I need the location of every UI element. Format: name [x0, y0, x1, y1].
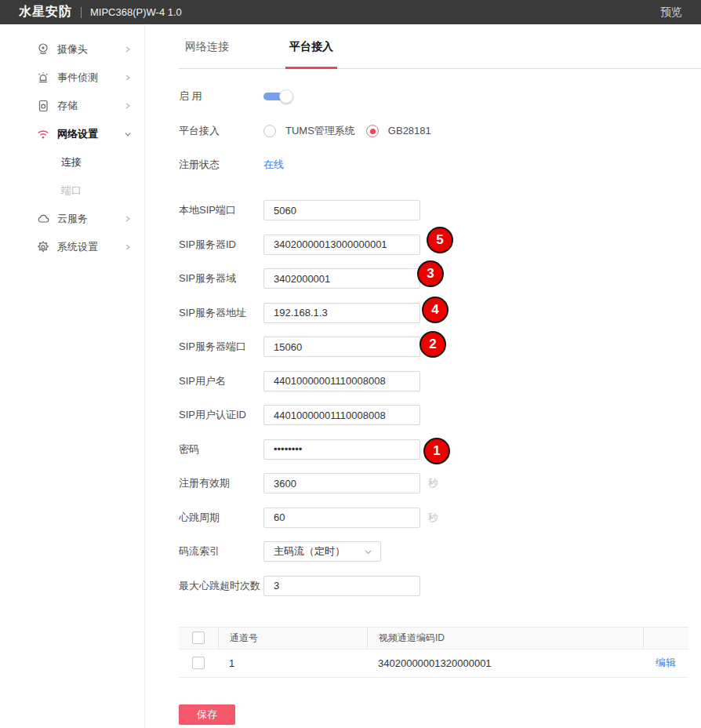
radio-label: TUMS管理系统	[285, 124, 355, 138]
heartbeat-period-row: 心跳周期 秒	[179, 508, 701, 528]
max-heartbeat-timeout-input[interactable]	[263, 576, 420, 596]
tab-bar: 网络连接 平台接入	[145, 24, 701, 69]
column-header-code: 视频通道编码ID	[367, 628, 643, 649]
annotation-badge-5: 5	[427, 227, 453, 253]
gear-icon	[36, 240, 50, 254]
field-label: SIP服务器ID	[179, 238, 263, 252]
annotation-badge-4: 4	[422, 297, 449, 323]
chevron-right-icon	[124, 102, 132, 110]
register-validity-input[interactable]	[263, 473, 420, 493]
sidebar-subitem-label: 连接	[61, 155, 82, 169]
select-all-checkbox[interactable]	[192, 632, 205, 644]
field-label: 注册有效期	[179, 476, 263, 490]
field-label: 心跳周期	[179, 511, 263, 525]
main-content: 网络连接 平台接入 启 用 平台接入 TUMS管理系统	[145, 24, 701, 728]
sip-server-domain-input[interactable]	[263, 268, 420, 289]
radio-circle-icon	[366, 125, 379, 137]
chevron-right-icon	[124, 74, 132, 82]
sip-auth-id-row: SIP用户认证ID	[179, 405, 701, 425]
sip-auth-id-input[interactable]	[263, 405, 420, 425]
sidebar-item-event-detection[interactable]: 事件侦测	[0, 64, 144, 92]
sidebar-item-label: 事件侦测	[57, 71, 98, 85]
radio-circle-icon	[263, 125, 276, 137]
field-label: SIP服务器域	[179, 271, 263, 286]
sip-username-row: SIP用户名	[179, 371, 701, 391]
sip-server-port-input[interactable]	[263, 337, 420, 357]
tab-platform-access[interactable]: 平台接入	[289, 24, 333, 69]
radio-tums[interactable]: TUMS管理系统	[263, 124, 355, 138]
platform-access-form: 启 用 平台接入 TUMS管理系统 GB28181 注册状态	[145, 69, 701, 725]
tab-network-connection[interactable]: 网络连接	[185, 24, 229, 69]
sidebar-subitem-label: 端口	[61, 184, 82, 198]
platform-type-label: 平台接入	[179, 124, 263, 138]
sidebar-subitem-port[interactable]: 端口	[0, 177, 144, 205]
sip-server-id-input[interactable]	[263, 235, 420, 255]
sidebar-item-camera[interactable]: 摄像头	[0, 35, 144, 64]
chevron-right-icon	[124, 215, 132, 223]
local-sip-port-row: 本地SIP端口	[179, 200, 701, 220]
sidebar-item-label: 云服务	[57, 212, 88, 226]
unit-seconds: 秒	[428, 511, 438, 525]
storage-icon	[36, 99, 50, 113]
field-label: 码流索引	[179, 544, 263, 559]
field-label: SIP服务器端口	[179, 340, 263, 354]
field-label: SIP用户认证ID	[179, 408, 263, 422]
register-status-row: 注册状态 在线	[179, 155, 701, 175]
heartbeat-period-input[interactable]	[263, 508, 420, 528]
sidebar-subitem-connection[interactable]: 连接	[0, 148, 144, 177]
field-label: 本地SIP端口	[179, 203, 263, 217]
toggle-knob	[279, 89, 293, 104]
chevron-down-icon	[364, 548, 372, 556]
brand-logo: 水星安防	[19, 4, 72, 20]
max-heartbeat-timeout-row: 最大心跳超时次数	[179, 576, 701, 596]
chevron-right-icon	[124, 243, 132, 251]
annotation-badge-3: 3	[417, 260, 444, 287]
preview-link[interactable]: 预览	[660, 5, 682, 20]
enable-label: 启 用	[179, 89, 263, 104]
table-row: 1 34020000001320000001 编辑	[179, 650, 688, 678]
platform-type-row: 平台接入 TUMS管理系统 GB28181	[179, 121, 701, 141]
annotation-badge-1: 1	[423, 438, 450, 464]
local-sip-port-input[interactable]	[263, 200, 420, 220]
alarm-icon	[36, 71, 50, 85]
cloud-icon	[36, 212, 50, 226]
register-status-value: 在线	[263, 158, 284, 172]
sidebar-item-label: 系统设置	[57, 240, 98, 254]
edit-link[interactable]: 编辑	[656, 656, 676, 670]
row-checkbox[interactable]	[192, 657, 205, 669]
sidebar-item-storage[interactable]: 存储	[0, 92, 144, 120]
register-validity-row: 注册有效期 秒	[179, 473, 701, 493]
stream-index-select[interactable]: 主码流（定时）	[263, 541, 381, 562]
wifi-icon	[36, 127, 50, 141]
field-label: 最大心跳超时次数	[179, 579, 263, 593]
sip-server-address-input[interactable]	[263, 303, 420, 323]
sidebar-item-label: 存储	[57, 99, 78, 113]
channel-table: 通道号 视频通道编码ID 1 34020000001320000001 编辑	[179, 627, 688, 678]
field-label: SIP服务器地址	[179, 306, 263, 320]
selected-option: 主码流（定时）	[274, 544, 345, 559]
brand-separator	[81, 7, 82, 18]
stream-index-row: 码流索引 主码流（定时）	[179, 541, 701, 562]
column-header-channel: 通道号	[218, 628, 367, 649]
enable-toggle[interactable]	[263, 89, 295, 104]
sidebar-item-network-settings[interactable]: 网络设置	[0, 120, 144, 148]
sidebar-item-system-settings[interactable]: 系统设置	[0, 233, 144, 261]
sidebar-item-label: 摄像头	[57, 42, 88, 56]
device-model: MIPC368(P)W-4 1.0	[90, 6, 182, 18]
column-header-action	[643, 628, 688, 649]
sidebar-item-label: 网络设置	[57, 127, 98, 141]
annotation-badge-2: 2	[420, 331, 446, 358]
channel-code-cell: 34020000001320000001	[367, 657, 643, 669]
channel-number-cell: 1	[218, 657, 367, 669]
password-input[interactable]	[263, 439, 420, 460]
save-button[interactable]: 保存	[179, 704, 235, 725]
camera-icon	[36, 42, 50, 56]
sidebar-item-cloud-service[interactable]: 云服务	[0, 205, 144, 233]
chevron-down-icon	[124, 130, 132, 138]
unit-seconds: 秒	[428, 476, 438, 490]
sip-username-input[interactable]	[263, 371, 420, 391]
tab-divider	[179, 68, 701, 69]
field-label: 密码	[179, 442, 263, 457]
field-label: SIP用户名	[179, 374, 263, 388]
radio-gb28181[interactable]: GB28181	[366, 125, 431, 137]
